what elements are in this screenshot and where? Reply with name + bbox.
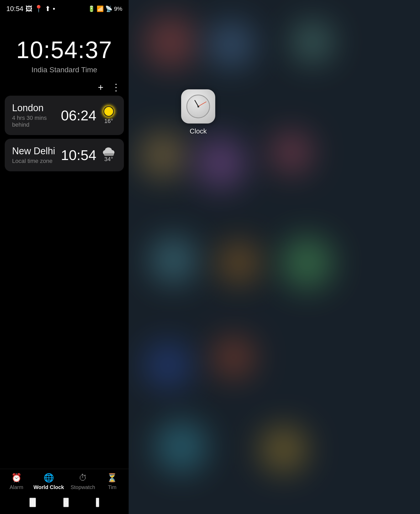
newdelhi-info: New Delhi Local time zone xyxy=(12,146,56,165)
timezone-label: India Standard Time xyxy=(0,66,129,74)
bottom-nav: ⏰ Alarm 🌐 World Clock ⏱ Stopwatch ⏳ Tim xyxy=(0,469,129,493)
signal-icon: 📡 xyxy=(105,6,112,12)
clock-app-screen: 10:54 🖼 📍 ⬆ • 🔋 📶 📡 9% 10:54:37 India St… xyxy=(0,0,129,514)
city-cards: London 4 hrs 30 mins behind 06:24 16° Ne… xyxy=(0,96,129,171)
status-left: 10:54 🖼 📍 ⬆ • xyxy=(6,5,55,13)
action-bar: + ⋮ xyxy=(0,79,129,96)
clock-face xyxy=(186,95,210,118)
newdelhi-offset: Local time zone xyxy=(12,158,56,165)
cloud-weather-icon xyxy=(103,147,114,155)
wifi-icon: 📶 xyxy=(97,6,104,12)
add-city-button[interactable]: + xyxy=(98,82,103,93)
stopwatch-label: Stopwatch xyxy=(71,484,95,490)
home-overlay xyxy=(129,0,420,514)
minute-hand xyxy=(198,101,207,107)
more-options-button[interactable]: ⋮ xyxy=(111,82,121,93)
timer-label: Tim xyxy=(108,484,117,490)
clock-app-label: Clock xyxy=(190,127,207,135)
newdelhi-card[interactable]: New Delhi Local time zone 10:54 34° xyxy=(5,139,124,171)
clock-app-icon[interactable]: Clock xyxy=(181,89,215,135)
globe-icon: 🌐 xyxy=(44,473,54,483)
nav-alarm[interactable]: ⏰ Alarm xyxy=(6,473,27,490)
clock-center xyxy=(197,106,199,107)
home-button[interactable]: ○ xyxy=(63,498,69,507)
nav-timer[interactable]: ⏳ Tim xyxy=(102,473,123,490)
worldclock-label: World Clock xyxy=(34,484,64,490)
battery-percent: 9% xyxy=(114,6,122,12)
newdelhi-name: New Delhi xyxy=(12,146,56,157)
location-icon: 📍 xyxy=(34,5,43,13)
back-button[interactable]: ‹ xyxy=(96,498,99,507)
london-temp: 16° xyxy=(104,118,113,125)
london-info: London 4 hrs 30 mins behind xyxy=(12,102,56,128)
system-nav: ||| ○ ‹ xyxy=(0,495,129,510)
status-right: 🔋 📶 📡 9% xyxy=(88,6,122,12)
photo-icon: 🖼 xyxy=(25,5,32,13)
london-time: 06:24 xyxy=(56,107,101,124)
newdelhi-temp: 34° xyxy=(104,156,113,163)
upload-icon: ⬆ xyxy=(45,5,51,13)
sun-weather-icon xyxy=(103,106,114,117)
london-offset: 4 hrs 30 mins behind xyxy=(12,115,56,128)
status-time: 10:54 xyxy=(6,5,23,13)
time-display: 10:54:37 India Standard Time xyxy=(0,37,129,74)
home-screen: Clock xyxy=(129,0,420,514)
clock-icon-circle xyxy=(181,89,215,124)
london-name: London xyxy=(12,102,56,114)
status-bar: 10:54 🖼 📍 ⬆ • 🔋 📶 📡 9% xyxy=(0,0,129,16)
alarm-icon: ⏰ xyxy=(11,473,22,483)
newdelhi-time: 10:54 xyxy=(56,147,101,163)
alarm-label: Alarm xyxy=(9,484,23,490)
main-time: 10:54:37 xyxy=(0,37,129,64)
stopwatch-icon: ⏱ xyxy=(79,473,87,483)
london-card[interactable]: London 4 hrs 30 mins behind 06:24 16° xyxy=(5,96,124,135)
recent-apps-button[interactable]: ||| xyxy=(29,498,36,507)
newdelhi-weather: 34° xyxy=(101,147,117,163)
nav-worldclock[interactable]: 🌐 World Clock xyxy=(34,473,64,490)
timer-icon: ⏳ xyxy=(107,473,117,483)
battery-icon: 🔋 xyxy=(88,6,95,12)
nav-stopwatch[interactable]: ⏱ Stopwatch xyxy=(71,473,95,490)
dot-indicator: • xyxy=(53,5,55,13)
london-weather: 16° xyxy=(101,106,117,125)
